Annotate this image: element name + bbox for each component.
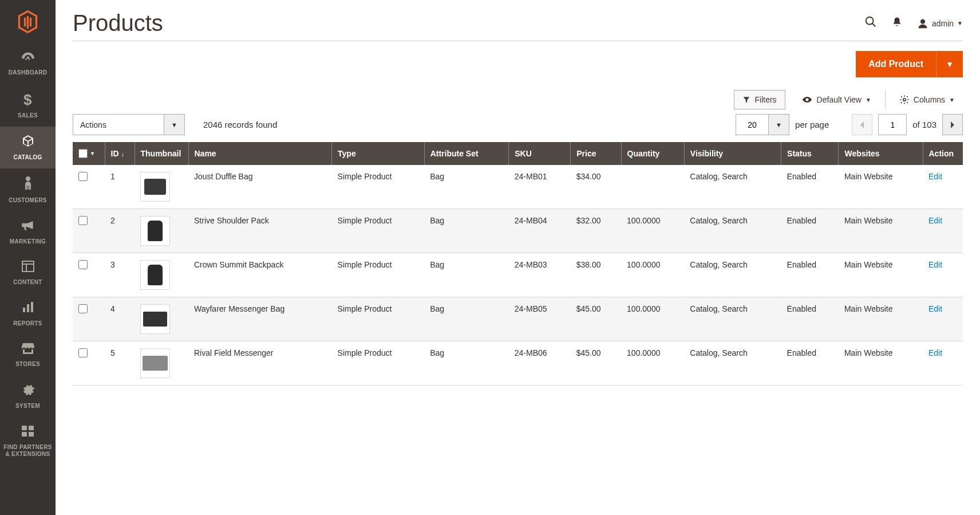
table-row[interactable]: 2Strive Shoulder PackSimple ProductBag24… (73, 209, 963, 253)
cell-id: 2 (105, 209, 135, 253)
nav-layout[interactable]: CONTENT (0, 253, 56, 293)
nav-dollar[interactable]: $SALES (0, 84, 56, 126)
nav-cube[interactable]: CATALOG (0, 127, 56, 168)
cell-name: Strive Shoulder Pack (188, 209, 332, 253)
admin-user-menu[interactable]: admin ▼ (917, 18, 963, 29)
cell-id: 1 (105, 165, 135, 209)
per-page-dropdown-toggle[interactable]: ▼ (769, 114, 789, 135)
nav-storefront[interactable]: STORES (0, 335, 56, 375)
product-thumbnail[interactable] (140, 348, 170, 378)
edit-link[interactable]: Edit (928, 304, 942, 313)
cube-icon (21, 134, 35, 151)
cell-id: 3 (105, 253, 135, 297)
nav-dashboard[interactable]: DASHBOARD (0, 43, 56, 84)
edit-link[interactable]: Edit (928, 260, 942, 269)
column-websites[interactable]: Websites (839, 142, 923, 165)
next-page-button[interactable] (942, 114, 963, 135)
products-table: ▼ ID↓ Thumbnail Name Type Attribute Set … (73, 142, 963, 386)
edit-link[interactable]: Edit (928, 348, 942, 357)
cell-type: Simple Product (332, 165, 425, 209)
cell-websites: Main Website (839, 297, 923, 341)
svg-rect-5 (27, 304, 29, 312)
search-icon[interactable] (864, 15, 877, 31)
sort-asc-icon: ↓ (121, 151, 125, 158)
columns-button[interactable]: Columns ▼ (891, 90, 963, 109)
edit-link[interactable]: Edit (928, 216, 942, 225)
grid-toolbar: Actions ▼ 2046 records found ▼ per page … (73, 114, 963, 135)
per-page-input[interactable] (736, 114, 769, 135)
row-checkbox[interactable] (78, 216, 88, 225)
notifications-icon[interactable] (892, 16, 902, 30)
row-checkbox[interactable] (78, 348, 88, 357)
table-row[interactable]: 1Joust Duffle BagSimple ProductBag24-MB0… (73, 165, 963, 209)
logo[interactable] (0, 0, 56, 43)
edit-link[interactable]: Edit (928, 172, 942, 181)
cell-visibility: Catalog, Search (684, 253, 781, 297)
prev-page-button[interactable] (852, 114, 872, 135)
storefront-icon (21, 342, 35, 358)
nav-bullhorn[interactable]: MARKETING (0, 211, 56, 252)
cell-sku: 24-MB03 (509, 253, 571, 297)
select-all-checkbox[interactable] (78, 149, 88, 158)
page-toolbar: Add Product ▼ (73, 41, 963, 90)
dashboard-icon (21, 50, 35, 66)
admin-username: admin (932, 19, 954, 28)
product-thumbnail[interactable] (140, 260, 170, 290)
column-price[interactable]: Price (571, 142, 621, 165)
divider (885, 91, 886, 109)
select-all-header[interactable]: ▼ (73, 142, 105, 165)
per-page-control: ▼ per page (736, 114, 829, 135)
column-type[interactable]: Type (332, 142, 425, 165)
add-product-dropdown-toggle[interactable]: ▼ (936, 51, 963, 77)
column-status[interactable]: Status (781, 142, 839, 165)
product-thumbnail[interactable] (140, 304, 170, 334)
cell-websites: Main Website (839, 341, 923, 386)
svg-line-12 (872, 23, 876, 27)
current-page-input[interactable] (878, 114, 907, 135)
column-thumbnail[interactable]: Thumbnail (135, 142, 188, 165)
cell-type: Simple Product (332, 297, 425, 341)
cell-attribute-set: Bag (424, 209, 509, 253)
table-row[interactable]: 4Wayfarer Messenger BagSimple ProductBag… (73, 297, 963, 341)
row-checkbox[interactable] (78, 304, 88, 313)
column-sku[interactable]: SKU (509, 142, 571, 165)
chevron-down-icon[interactable]: ▼ (90, 151, 95, 156)
nav-bars[interactable]: REPORTS (0, 293, 56, 334)
chevron-down-icon[interactable]: ▼ (164, 114, 185, 135)
add-product-button[interactable]: Add Product (856, 51, 936, 77)
cell-status: Enabled (781, 341, 839, 386)
column-name[interactable]: Name (188, 142, 332, 165)
filters-button[interactable]: Filters (734, 90, 785, 109)
nav-label: CUSTOMERS (9, 197, 46, 204)
svg-rect-6 (31, 302, 33, 312)
bulk-actions-dropdown[interactable]: Actions ▼ (73, 114, 185, 135)
nav-gear[interactable]: SYSTEM (0, 375, 56, 386)
default-view-button[interactable]: Default View ▼ (793, 91, 879, 109)
header-actions: admin ▼ (864, 15, 963, 31)
cell-quantity: 100.0000 (621, 253, 684, 297)
column-attribute-set[interactable]: Attribute Set (424, 142, 509, 165)
product-thumbnail[interactable] (140, 216, 170, 246)
cell-type: Simple Product (332, 253, 425, 297)
chevron-down-icon: ▼ (957, 20, 963, 26)
page-header: Products admin ▼ (56, 0, 980, 41)
cell-visibility: Catalog, Search (684, 341, 781, 386)
bullhorn-icon (21, 219, 35, 235)
row-checkbox[interactable] (78, 260, 88, 269)
cell-status: Enabled (781, 253, 839, 297)
column-visibility[interactable]: Visibility (684, 142, 781, 165)
column-id[interactable]: ID↓ (105, 142, 135, 165)
product-thumbnail[interactable] (140, 172, 170, 202)
person-icon (23, 176, 33, 194)
cell-quantity: 100.0000 (621, 297, 684, 341)
cell-status: Enabled (781, 297, 839, 341)
cell-websites: Main Website (839, 209, 923, 253)
user-icon (917, 18, 928, 29)
table-row[interactable]: 5Rival Field MessengerSimple ProductBag2… (73, 341, 963, 386)
table-row[interactable]: 3Crown Summit BackpackSimple ProductBag2… (73, 253, 963, 297)
cell-name: Joust Duffle Bag (188, 165, 332, 209)
row-checkbox[interactable] (78, 172, 88, 181)
column-quantity[interactable]: Quantity (621, 142, 684, 165)
nav-person[interactable]: CUSTOMERS (0, 168, 56, 211)
column-action[interactable]: Action (923, 142, 963, 165)
